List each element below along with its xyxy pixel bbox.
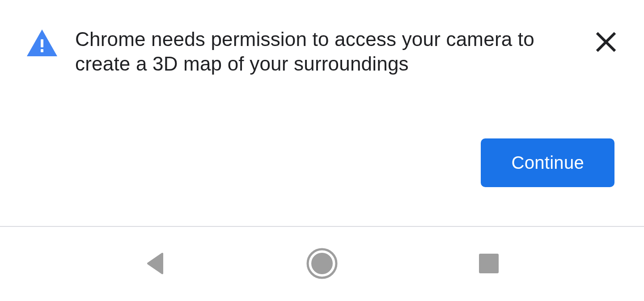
back-triangle-icon <box>142 250 169 278</box>
close-button[interactable] <box>595 31 617 54</box>
svg-rect-1 <box>41 49 43 52</box>
close-icon <box>595 31 617 54</box>
dialog-title: Chrome needs permission to access your c… <box>75 27 568 76</box>
svg-rect-6 <box>479 254 499 273</box>
svg-rect-0 <box>41 39 43 47</box>
continue-button[interactable]: Continue <box>481 138 614 187</box>
home-circle-icon <box>306 248 338 280</box>
warning-icon <box>27 29 57 56</box>
dialog-actions: Continue <box>27 138 617 187</box>
nav-home-button[interactable] <box>304 246 340 282</box>
nav-back-button[interactable] <box>137 246 173 282</box>
svg-point-5 <box>311 253 333 274</box>
dialog-header: Chrome needs permission to access your c… <box>27 27 617 76</box>
permission-dialog: Chrome needs permission to access your c… <box>0 0 644 187</box>
android-nav-bar <box>0 226 644 301</box>
recent-square-icon <box>475 250 502 278</box>
nav-recent-button[interactable] <box>471 246 507 282</box>
